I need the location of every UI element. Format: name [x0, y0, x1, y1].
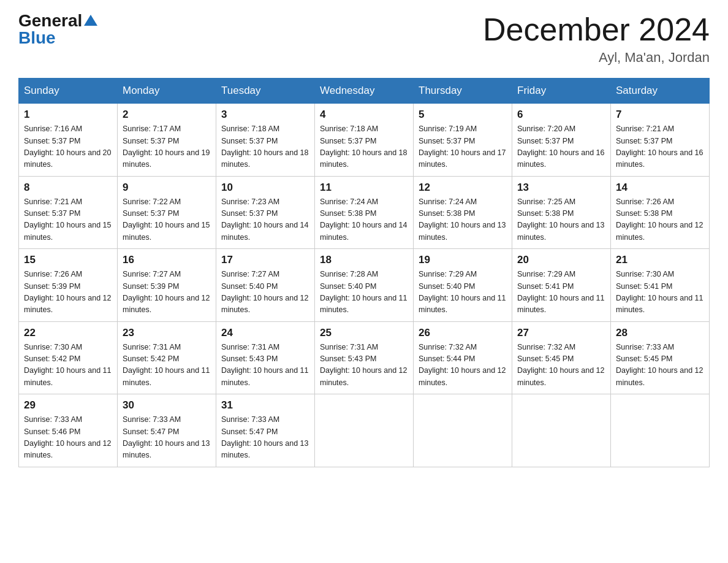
day-number: 9	[123, 182, 211, 194]
table-row: 25 Sunrise: 7:31 AMSunset: 5:43 PMDaylig…	[315, 321, 414, 394]
day-info: Sunrise: 7:16 AMSunset: 5:37 PMDaylight:…	[24, 124, 111, 169]
day-number: 20	[517, 254, 605, 266]
day-info: Sunrise: 7:25 AMSunset: 5:38 PMDaylight:…	[517, 197, 604, 242]
day-number: 4	[320, 109, 408, 121]
day-number: 26	[419, 327, 507, 339]
day-number: 18	[320, 254, 408, 266]
logo: General Blue	[18, 12, 97, 47]
day-number: 3	[221, 109, 309, 121]
col-monday: Monday	[118, 79, 216, 104]
day-number: 12	[419, 182, 507, 194]
day-number: 21	[616, 254, 704, 266]
day-number: 23	[123, 327, 211, 339]
day-info: Sunrise: 7:30 AMSunset: 5:42 PMDaylight:…	[24, 343, 111, 387]
logo-blue: Blue	[18, 29, 56, 47]
calendar-week-row: 29 Sunrise: 7:33 AMSunset: 5:46 PMDaylig…	[19, 394, 710, 467]
table-row: 28 Sunrise: 7:33 AMSunset: 5:45 PMDaylig…	[611, 321, 710, 394]
table-row: 14 Sunrise: 7:26 AMSunset: 5:38 PMDaylig…	[611, 176, 710, 249]
table-row: 9 Sunrise: 7:22 AMSunset: 5:37 PMDayligh…	[118, 176, 216, 249]
table-row: 29 Sunrise: 7:33 AMSunset: 5:46 PMDaylig…	[19, 394, 118, 467]
day-number: 15	[24, 254, 112, 266]
day-info: Sunrise: 7:31 AMSunset: 5:43 PMDaylight:…	[221, 343, 308, 387]
table-row: 1 Sunrise: 7:16 AMSunset: 5:37 PMDayligh…	[19, 104, 118, 177]
logo-general: General	[18, 12, 82, 29]
table-row: 6 Sunrise: 7:20 AMSunset: 5:37 PMDayligh…	[512, 104, 611, 177]
day-number: 29	[24, 399, 112, 412]
day-number: 22	[24, 327, 112, 339]
table-row: 10 Sunrise: 7:23 AMSunset: 5:37 PMDaylig…	[216, 176, 315, 249]
col-tuesday: Tuesday	[216, 79, 315, 104]
day-info: Sunrise: 7:18 AMSunset: 5:37 PMDaylight:…	[221, 124, 308, 169]
day-info: Sunrise: 7:33 AMSunset: 5:46 PMDaylight:…	[24, 415, 111, 459]
table-row: 3 Sunrise: 7:18 AMSunset: 5:37 PMDayligh…	[216, 104, 315, 177]
calendar-week-row: 22 Sunrise: 7:30 AMSunset: 5:42 PMDaylig…	[19, 321, 710, 394]
table-row: 7 Sunrise: 7:21 AMSunset: 5:37 PMDayligh…	[611, 104, 710, 177]
day-info: Sunrise: 7:23 AMSunset: 5:37 PMDaylight:…	[221, 197, 308, 242]
day-number: 17	[221, 254, 309, 266]
day-number: 30	[123, 399, 211, 412]
day-number: 7	[616, 109, 704, 121]
logo-arrow-icon	[84, 15, 97, 28]
table-row: 8 Sunrise: 7:21 AMSunset: 5:37 PMDayligh…	[19, 176, 118, 249]
day-number: 28	[616, 327, 704, 339]
calendar-header-row: Sunday Monday Tuesday Wednesday Thursday…	[19, 79, 710, 104]
table-row	[512, 394, 611, 467]
day-number: 5	[419, 109, 507, 121]
table-row	[414, 394, 512, 467]
day-info: Sunrise: 7:24 AMSunset: 5:38 PMDaylight:…	[419, 197, 506, 242]
table-row: 15 Sunrise: 7:26 AMSunset: 5:39 PMDaylig…	[19, 249, 118, 322]
day-info: Sunrise: 7:31 AMSunset: 5:42 PMDaylight:…	[123, 343, 210, 387]
day-info: Sunrise: 7:26 AMSunset: 5:39 PMDaylight:…	[24, 270, 111, 314]
day-info: Sunrise: 7:27 AMSunset: 5:39 PMDaylight:…	[123, 270, 210, 314]
day-info: Sunrise: 7:22 AMSunset: 5:37 PMDaylight:…	[123, 197, 210, 242]
day-number: 2	[123, 109, 211, 121]
table-row: 5 Sunrise: 7:19 AMSunset: 5:37 PMDayligh…	[414, 104, 512, 177]
day-number: 27	[517, 327, 605, 339]
day-info: Sunrise: 7:33 AMSunset: 5:45 PMDaylight:…	[616, 343, 703, 387]
calendar-week-row: 1 Sunrise: 7:16 AMSunset: 5:37 PMDayligh…	[19, 104, 710, 177]
table-row	[611, 394, 710, 467]
table-row: 31 Sunrise: 7:33 AMSunset: 5:47 PMDaylig…	[216, 394, 315, 467]
table-row: 16 Sunrise: 7:27 AMSunset: 5:39 PMDaylig…	[118, 249, 216, 322]
table-row: 2 Sunrise: 7:17 AMSunset: 5:37 PMDayligh…	[118, 104, 216, 177]
table-row: 20 Sunrise: 7:29 AMSunset: 5:41 PMDaylig…	[512, 249, 611, 322]
calendar-week-row: 8 Sunrise: 7:21 AMSunset: 5:37 PMDayligh…	[19, 176, 710, 249]
table-row: 18 Sunrise: 7:28 AMSunset: 5:40 PMDaylig…	[315, 249, 414, 322]
calendar-week-row: 15 Sunrise: 7:26 AMSunset: 5:39 PMDaylig…	[19, 249, 710, 322]
col-wednesday: Wednesday	[315, 79, 414, 104]
table-row	[315, 394, 414, 467]
day-info: Sunrise: 7:20 AMSunset: 5:37 PMDaylight:…	[517, 124, 604, 169]
table-row: 27 Sunrise: 7:32 AMSunset: 5:45 PMDaylig…	[512, 321, 611, 394]
table-row: 12 Sunrise: 7:24 AMSunset: 5:38 PMDaylig…	[414, 176, 512, 249]
calendar-table: Sunday Monday Tuesday Wednesday Thursday…	[18, 78, 710, 467]
day-number: 16	[123, 254, 211, 266]
table-row: 21 Sunrise: 7:30 AMSunset: 5:41 PMDaylig…	[611, 249, 710, 322]
day-number: 31	[221, 399, 309, 412]
page-header: General Blue December 2024 Ayl, Ma'an, J…	[18, 12, 710, 66]
day-info: Sunrise: 7:33 AMSunset: 5:47 PMDaylight:…	[123, 415, 210, 459]
title-block: December 2024 Ayl, Ma'an, Jordan	[483, 12, 710, 66]
day-info: Sunrise: 7:32 AMSunset: 5:45 PMDaylight:…	[517, 343, 604, 387]
day-info: Sunrise: 7:21 AMSunset: 5:37 PMDaylight:…	[24, 197, 111, 242]
day-info: Sunrise: 7:26 AMSunset: 5:38 PMDaylight:…	[616, 197, 703, 242]
day-info: Sunrise: 7:29 AMSunset: 5:40 PMDaylight:…	[419, 270, 506, 314]
day-info: Sunrise: 7:33 AMSunset: 5:47 PMDaylight:…	[221, 415, 308, 459]
day-number: 25	[320, 327, 408, 339]
day-number: 1	[24, 109, 112, 121]
table-row: 17 Sunrise: 7:27 AMSunset: 5:40 PMDaylig…	[216, 249, 315, 322]
col-saturday: Saturday	[611, 79, 710, 104]
day-info: Sunrise: 7:28 AMSunset: 5:40 PMDaylight:…	[320, 270, 407, 314]
table-row: 11 Sunrise: 7:24 AMSunset: 5:38 PMDaylig…	[315, 176, 414, 249]
subtitle: Ayl, Ma'an, Jordan	[483, 50, 710, 66]
col-thursday: Thursday	[414, 79, 512, 104]
table-row: 13 Sunrise: 7:25 AMSunset: 5:38 PMDaylig…	[512, 176, 611, 249]
day-info: Sunrise: 7:24 AMSunset: 5:38 PMDaylight:…	[320, 197, 407, 242]
col-sunday: Sunday	[19, 79, 118, 104]
table-row: 22 Sunrise: 7:30 AMSunset: 5:42 PMDaylig…	[19, 321, 118, 394]
day-number: 6	[517, 109, 605, 121]
table-row: 4 Sunrise: 7:18 AMSunset: 5:37 PMDayligh…	[315, 104, 414, 177]
day-info: Sunrise: 7:30 AMSunset: 5:41 PMDaylight:…	[616, 270, 703, 314]
table-row: 30 Sunrise: 7:33 AMSunset: 5:47 PMDaylig…	[118, 394, 216, 467]
day-number: 10	[221, 182, 309, 194]
table-row: 23 Sunrise: 7:31 AMSunset: 5:42 PMDaylig…	[118, 321, 216, 394]
